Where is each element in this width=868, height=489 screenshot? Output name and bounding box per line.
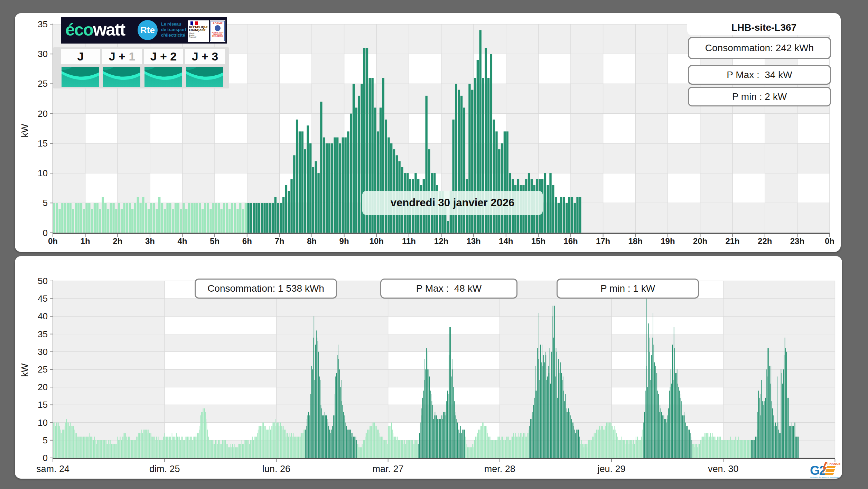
svg-text:0: 0 (43, 453, 48, 463)
svg-text:25: 25 (38, 364, 48, 375)
svg-text:2h: 2h (113, 236, 122, 246)
svg-text:14h: 14h (499, 236, 513, 246)
svg-text:12h: 12h (434, 236, 448, 246)
svg-text:23h: 23h (790, 236, 804, 246)
svg-text:0h: 0h (48, 236, 58, 246)
svg-text:17h: 17h (596, 236, 610, 246)
svg-text:15: 15 (38, 138, 48, 149)
svg-text:sam. 24: sam. 24 (36, 464, 69, 474)
svg-text:kW: kW (20, 124, 30, 138)
svg-text:16h: 16h (563, 236, 578, 246)
svg-text:ven. 30: ven. 30 (708, 464, 739, 474)
svg-text:1h: 1h (81, 236, 90, 246)
svg-text:10: 10 (38, 168, 48, 178)
svg-text:kW: kW (20, 363, 30, 377)
svg-text:Optimisation des ressources én: Optimisation des ressources énergétiques (810, 477, 839, 478)
svg-text:19h: 19h (661, 236, 675, 246)
svg-text:40: 40 (38, 311, 48, 321)
svg-text:mar. 27: mar. 27 (373, 464, 404, 474)
svg-text:mer. 28: mer. 28 (484, 464, 515, 474)
svg-text:lun. 26: lun. 26 (262, 464, 290, 474)
svg-text:3h: 3h (145, 236, 155, 246)
svg-text:25: 25 (38, 78, 48, 89)
svg-text:22h: 22h (758, 236, 772, 246)
svg-text:35: 35 (38, 329, 48, 339)
svg-text:6h: 6h (242, 236, 252, 246)
svg-text:11h: 11h (402, 236, 416, 246)
svg-text:30: 30 (38, 347, 48, 357)
svg-text:8h: 8h (307, 236, 317, 246)
svg-text:15h: 15h (531, 236, 545, 246)
svg-text:10h: 10h (370, 236, 384, 246)
svg-text:9h: 9h (339, 236, 349, 246)
svg-text:50: 50 (38, 276, 48, 286)
svg-text:0h: 0h (825, 236, 834, 246)
svg-text:18h: 18h (628, 236, 643, 246)
svg-text:10: 10 (38, 417, 48, 428)
svg-text:20h: 20h (693, 236, 707, 246)
svg-text:21h: 21h (725, 236, 739, 246)
svg-text:15: 15 (38, 399, 48, 410)
svg-text:35: 35 (38, 19, 48, 29)
svg-text:7h: 7h (274, 236, 284, 246)
svg-text:5: 5 (43, 198, 48, 208)
svg-text:5: 5 (43, 435, 48, 445)
svg-text:0: 0 (43, 228, 48, 238)
svg-text:4h: 4h (177, 236, 187, 246)
svg-text:45: 45 (38, 293, 48, 304)
svg-text:20: 20 (38, 109, 48, 119)
svg-text:jeu. 29: jeu. 29 (597, 464, 625, 474)
svg-text:13h: 13h (466, 236, 480, 246)
svg-text:FRANCE: FRANCE (828, 462, 840, 466)
svg-text:dim. 25: dim. 25 (149, 464, 180, 474)
svg-text:30: 30 (38, 49, 48, 59)
svg-text:5h: 5h (210, 236, 220, 246)
svg-text:20: 20 (38, 382, 48, 392)
svg-text:G2: G2 (810, 463, 826, 478)
